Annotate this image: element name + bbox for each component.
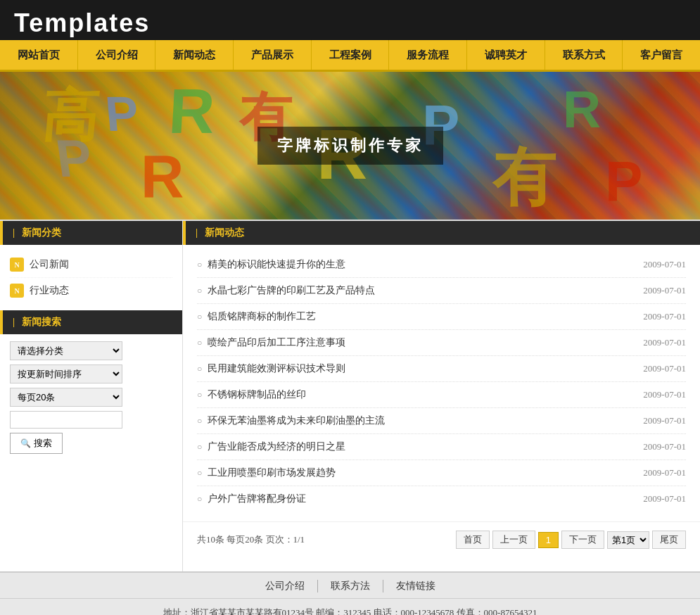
news-row-3[interactable]: ○ 喷绘产品印后加工工序注意事项 2009-07-01 — [197, 330, 686, 356]
banner: 高 P R 有 P R R P 有 R P 字牌标识制作专家 — [0, 72, 700, 220]
news-date: 2009-07-01 — [643, 337, 686, 348]
nav-item-8[interactable]: 客户留言 — [623, 40, 700, 70]
news-bullet: ○ — [197, 338, 202, 348]
news-title: 铝质铭牌商标的制作工艺 — [208, 310, 637, 323]
news-date: 2009-07-01 — [643, 259, 686, 270]
category-select[interactable]: 请选择分类 — [10, 341, 122, 360]
news-row-8[interactable]: ○ 工业用喷墨印刷市场发展趋势 2009-07-01 — [197, 460, 686, 486]
page-btn-3[interactable]: 下一页 — [561, 531, 604, 549]
news-title: 喷绘产品印后加工工序注意事项 — [208, 336, 637, 349]
footer-link-0[interactable]: 公司介绍 — [253, 580, 318, 592]
news-date: 2009-07-01 — [643, 415, 686, 426]
news-category-icon: N — [10, 284, 24, 298]
main-nav: 网站首页公司介绍新闻动态产品展示工程案例服务流程诚聘英才联系方式客户留言 — [0, 40, 700, 72]
nav-item-5[interactable]: 服务流程 — [389, 40, 467, 70]
news-bullet: ○ — [197, 416, 202, 426]
news-bullet: ○ — [197, 260, 202, 270]
news-category-title: 新闻分类 — [0, 221, 182, 245]
news-bullet: ○ — [197, 468, 202, 478]
news-bullet: ○ — [197, 494, 202, 505]
pagination-info: 共10条 每页20条 页次：1/1 — [197, 533, 305, 546]
news-title: 环保无苯油墨将成为未来印刷油墨的主流 — [208, 414, 637, 427]
nav-item-7[interactable]: 联系方式 — [545, 40, 623, 70]
footer: 公司介绍联系方法友情链接 地址：浙江省某某市某某路有01234号 邮编：3123… — [0, 571, 700, 615]
page-jump-select[interactable]: 第1页 — [607, 531, 649, 549]
news-title: 精美的标识能快速提升你的生意 — [208, 258, 637, 271]
news-row-9[interactable]: ○ 户外广告牌将配身份证 2009-07-01 — [197, 486, 686, 512]
footer-link-2[interactable]: 友情链接 — [383, 580, 448, 592]
header: Templates — [0, 0, 700, 40]
news-row-0[interactable]: ○ 精美的标识能快速提升你的生意 2009-07-01 — [197, 252, 686, 278]
news-title: 广告业能否成为经济的明日之星 — [208, 440, 637, 453]
search-text-input[interactable] — [10, 411, 122, 429]
news-date: 2009-07-01 — [643, 389, 686, 400]
sidebar: 新闻分类 N公司新闻N行业动态 新闻搜索 请选择分类 按更新时间排序 每页20条… — [0, 221, 183, 571]
footer-link-1[interactable]: 联系方法 — [318, 580, 383, 592]
footer-info: 地址：浙江省某某市某某路有01234号 邮编：312345 电话：000-123… — [0, 599, 700, 615]
news-content: 新闻动态 ○ 精美的标识能快速提升你的生意 2009-07-01 ○ 水晶七彩广… — [183, 221, 700, 571]
news-date: 2009-07-01 — [643, 363, 686, 374]
nav-item-2[interactable]: 新闻动态 — [155, 40, 234, 70]
news-bullet: ○ — [197, 364, 202, 374]
per-page-select[interactable]: 每页20条 — [10, 388, 122, 407]
news-date: 2009-07-01 — [643, 441, 686, 452]
banner-slogan: 字牌标识制作专家 — [257, 127, 443, 165]
sidebar-news-item-0[interactable]: N公司新闻 — [10, 252, 172, 278]
search-button[interactable]: 🔍 搜索 — [10, 433, 63, 454]
site-title: Templates — [14, 8, 150, 38]
news-title: 民用建筑能效测评标识技术导则 — [208, 362, 637, 375]
nav-item-3[interactable]: 产品展示 — [234, 40, 312, 70]
news-date: 2009-07-01 — [643, 311, 686, 322]
news-bullet: ○ — [197, 390, 202, 400]
sidebar-news-label: 公司新闻 — [30, 258, 69, 271]
news-category-icon: N — [10, 258, 24, 272]
pagination-buttons: 首页上一页1下一页第1页尾页 — [456, 531, 686, 549]
news-row-1[interactable]: ○ 水晶七彩广告牌的印刷工艺及产品特点 2009-07-01 — [197, 278, 686, 304]
news-row-4[interactable]: ○ 民用建筑能效测评标识技术导则 2009-07-01 — [197, 356, 686, 382]
news-title: 水晶七彩广告牌的印刷工艺及产品特点 — [208, 284, 637, 297]
news-title: 不锈钢标牌制品的丝印 — [208, 388, 637, 401]
page-btn-1[interactable]: 上一页 — [492, 531, 535, 549]
page-btn-5[interactable]: 尾页 — [652, 531, 686, 549]
nav-item-6[interactable]: 诚聘英才 — [467, 40, 545, 70]
news-date: 2009-07-01 — [643, 285, 686, 296]
news-bullet: ○ — [197, 442, 202, 452]
news-row-6[interactable]: ○ 环保无苯油墨将成为未来印刷油墨的主流 2009-07-01 — [197, 408, 686, 434]
news-search-title: 新闻搜索 — [0, 310, 182, 334]
news-row-7[interactable]: ○ 广告业能否成为经济的明日之星 2009-07-01 — [197, 434, 686, 460]
pagination: 共10条 每页20条 页次：1/1 首页上一页1下一页第1页尾页 — [183, 521, 700, 557]
news-category-list: N公司新闻N行业动态 — [0, 245, 182, 310]
page-btn-0[interactable]: 首页 — [456, 531, 490, 549]
sort-select[interactable]: 按更新时间排序 — [10, 364, 122, 383]
news-bullet: ○ — [197, 286, 202, 296]
news-date: 2009-07-01 — [643, 493, 686, 505]
footer-address: 地址：浙江省某某市某某路有01234号 邮编：312345 电话：000-123… — [0, 607, 700, 615]
news-row-5[interactable]: ○ 不锈钢标牌制品的丝印 2009-07-01 — [197, 382, 686, 408]
news-bullet: ○ — [197, 312, 202, 322]
footer-links: 公司介绍联系方法友情链接 — [0, 573, 700, 599]
search-icon: 🔍 — [20, 438, 31, 448]
content-section-title: 新闻动态 — [183, 221, 700, 245]
sidebar-news-item-1[interactable]: N行业动态 — [10, 278, 172, 303]
nav-item-4[interactable]: 工程案例 — [312, 40, 390, 70]
news-list: ○ 精美的标识能快速提升你的生意 2009-07-01 ○ 水晶七彩广告牌的印刷… — [183, 245, 700, 519]
sidebar-news-label: 行业动态 — [30, 284, 69, 297]
news-title: 户外广告牌将配身份证 — [208, 493, 637, 505]
news-date: 2009-07-01 — [643, 467, 686, 478]
news-row-2[interactable]: ○ 铝质铭牌商标的制作工艺 2009-07-01 — [197, 304, 686, 330]
news-search-panel: 请选择分类 按更新时间排序 每页20条 🔍 搜索 — [0, 334, 182, 461]
main-content: 新闻分类 N公司新闻N行业动态 新闻搜索 请选择分类 按更新时间排序 每页20条… — [0, 220, 700, 571]
nav-item-0[interactable]: 网站首页 — [0, 40, 78, 70]
news-title: 工业用喷墨印刷市场发展趋势 — [208, 467, 637, 479]
nav-item-1[interactable]: 公司介绍 — [78, 40, 156, 70]
page-btn-2[interactable]: 1 — [538, 532, 559, 548]
